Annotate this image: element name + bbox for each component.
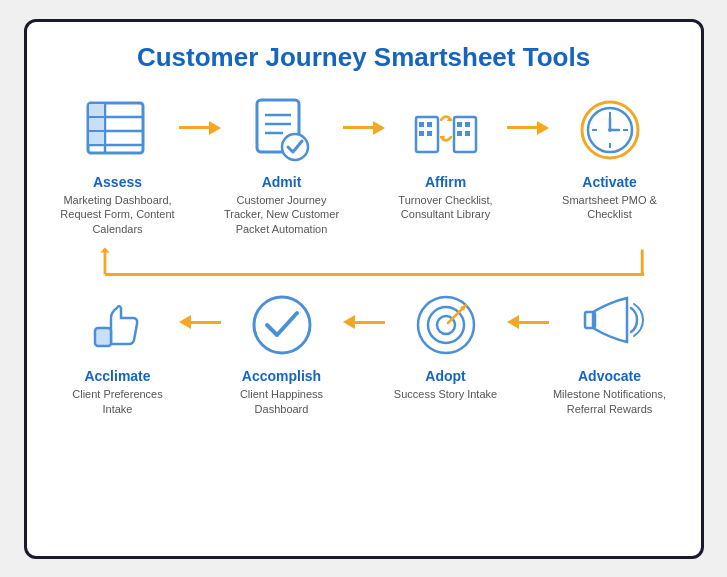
svg-rect-19 — [457, 122, 462, 127]
assess-desc: Marketing Dashboard, Request Form, Conte… — [57, 193, 179, 238]
adopt-desc: Success Story Intake — [394, 387, 497, 402]
svg-rect-20 — [465, 122, 470, 127]
affirm-icon — [408, 93, 483, 168]
svg-rect-7 — [89, 132, 104, 144]
svg-point-33 — [608, 128, 612, 132]
arrow-3 — [507, 121, 549, 135]
step-advocate: Advocate Milestone Notifications, Referr… — [549, 287, 671, 417]
svg-rect-45 — [95, 328, 111, 346]
svg-rect-22 — [465, 131, 470, 136]
advocate-desc: Milestone Notifications, Referral Reward… — [549, 387, 671, 417]
assess-title: Assess — [93, 174, 142, 190]
arrow-1 — [179, 121, 221, 135]
admit-desc: Customer Journey Tracker, New Customer P… — [221, 193, 343, 238]
accomplish-desc: Client Happiness Dashboard — [221, 387, 343, 417]
admit-title: Admit — [262, 174, 302, 190]
adopt-icon — [408, 287, 483, 362]
acclimate-icon — [80, 287, 155, 362]
svg-rect-6 — [89, 118, 104, 130]
rows-container: Assess Marketing Dashboard, Request Form… — [57, 93, 671, 417]
step-adopt: Adopt Success Story Intake — [385, 287, 507, 402]
connector — [57, 247, 671, 277]
step-activate: Activate Smartsheet PMO & Checklist — [549, 93, 671, 223]
row-1: Assess Marketing Dashboard, Request Form… — [57, 93, 671, 238]
assess-icon — [80, 93, 155, 168]
activate-title: Activate — [582, 174, 636, 190]
svg-rect-14 — [419, 122, 424, 127]
step-affirm: Affirm Turnover Checklist, Consultant Li… — [385, 93, 507, 223]
acclimate-desc: Client Preferences Intake — [57, 387, 179, 417]
advocate-icon — [572, 287, 647, 362]
affirm-title: Affirm — [425, 174, 466, 190]
accomplish-title: Accomplish — [242, 368, 321, 384]
arrow-2 — [343, 121, 385, 135]
step-accomplish: Accomplish Client Happiness Dashboard — [221, 287, 343, 417]
accomplish-icon — [244, 287, 319, 362]
activate-desc: Smartsheet PMO & Checklist — [549, 193, 671, 223]
svg-rect-5 — [89, 104, 104, 116]
svg-point-44 — [254, 297, 310, 353]
activate-icon — [572, 93, 647, 168]
step-acclimate: Acclimate Client Preferences Intake — [57, 287, 179, 417]
step-admit: Admit Customer Journey Tracker, New Cust… — [221, 93, 343, 238]
svg-rect-16 — [419, 131, 424, 136]
arrow-r3 — [507, 315, 549, 329]
svg-rect-21 — [457, 131, 462, 136]
acclimate-title: Acclimate — [84, 368, 150, 384]
row-2: Advocate Milestone Notifications, Referr… — [57, 287, 671, 417]
arrow-r1 — [179, 315, 221, 329]
admit-icon — [244, 93, 319, 168]
connector-svg — [57, 247, 671, 277]
main-card: Customer Journey Smartsheet Tools — [24, 19, 704, 559]
svg-rect-17 — [427, 131, 432, 136]
affirm-desc: Turnover Checklist, Consultant Library — [385, 193, 507, 223]
adopt-title: Adopt — [425, 368, 465, 384]
advocate-title: Advocate — [578, 368, 641, 384]
arrow-r2 — [343, 315, 385, 329]
svg-rect-15 — [427, 122, 432, 127]
step-assess: Assess Marketing Dashboard, Request Form… — [57, 93, 179, 238]
svg-point-12 — [282, 134, 308, 160]
page-title: Customer Journey Smartsheet Tools — [137, 42, 590, 73]
svg-marker-37 — [100, 248, 110, 253]
